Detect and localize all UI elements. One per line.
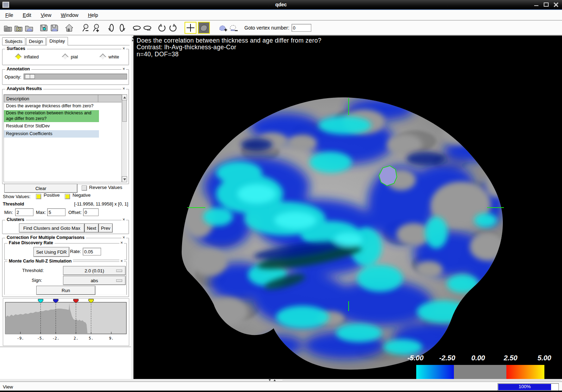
threshold-range: [-11.9958, 11.9958] x [0, 1]: [74, 201, 128, 207]
minimize-icon[interactable]: [534, 2, 539, 7]
surface-view[interactable]: Does the correlation between thickness a…: [133, 36, 562, 379]
remove-selection-icon[interactable]: [228, 23, 238, 33]
annotation-group: Annotation Opacity:: [2, 69, 129, 85]
radio-white-icon[interactable]: [99, 53, 106, 61]
rotate-up-icon[interactable]: [106, 23, 116, 33]
surface-option-inflated[interactable]: inflated: [24, 54, 53, 59]
scroll-down-icon[interactable]: [122, 176, 127, 182]
clusters-group-title: Clusters: [5, 217, 26, 222]
colorbar-label: -5.00: [407, 354, 424, 362]
show-values-label: Show Values:: [3, 194, 31, 199]
scroll-thumb[interactable]: [122, 100, 127, 122]
analysis-header-col2[interactable]: [98, 95, 123, 102]
rotate-right-icon[interactable]: [142, 23, 152, 33]
zoom-in-icon[interactable]: [92, 23, 101, 33]
close-group-icon[interactable]: [121, 217, 126, 222]
zoom-out-icon[interactable]: [81, 23, 91, 33]
radio-inflated-icon[interactable]: [15, 53, 22, 61]
analysis-row[interactable]: Regression Coefficients: [4, 130, 99, 138]
maximize-icon[interactable]: [544, 2, 549, 7]
surface-option-pial[interactable]: pial: [71, 54, 89, 59]
menu-view[interactable]: View: [41, 12, 51, 18]
reverse-values-label[interactable]: Reverse Values: [89, 185, 122, 190]
analysis-results-group: Analysis Results Description Does the av…: [2, 89, 129, 184]
scroll-up-icon[interactable]: [122, 94, 127, 100]
surface-paint-tool-icon[interactable]: [198, 22, 210, 34]
close-group-icon[interactable]: [119, 240, 124, 245]
crosshair-tool-icon[interactable]: [185, 22, 196, 34]
find-clusters-button[interactable]: Find Clusters and Goto Max: [19, 223, 85, 233]
roll-cw-icon[interactable]: [168, 23, 177, 33]
mc-sign-dropdown[interactable]: abs: [63, 276, 126, 285]
goto-vertex-input[interactable]: [292, 24, 311, 32]
mc-threshold-value: 2.0 (0.01): [85, 268, 104, 273]
offset-input[interactable]: [83, 208, 99, 216]
reverse-values-checkbox[interactable]: [82, 185, 87, 191]
overlay-contrast: Contrast: lh-Avg-thickness-age-Cor: [137, 44, 321, 51]
clear-button[interactable]: Clear: [4, 184, 77, 193]
mc-threshold-label: Threshold:: [22, 268, 44, 273]
progress-bar: 100%: [498, 383, 559, 391]
roll-ccw-icon[interactable]: [157, 23, 167, 33]
radio-pial-icon[interactable]: [62, 53, 69, 61]
menu-help[interactable]: Help: [88, 12, 98, 18]
close-group-icon[interactable]: [121, 86, 126, 91]
svg-text:9.: 9.: [109, 336, 113, 341]
min-input[interactable]: [15, 208, 33, 216]
add-selection-icon[interactable]: [218, 23, 227, 33]
collapse-left-icon[interactable]: [132, 37, 133, 39]
collapse-down-icon[interactable]: [269, 379, 271, 381]
positive-checkbox[interactable]: [36, 194, 41, 199]
close-group-icon[interactable]: [121, 235, 126, 240]
set-using-fdr-button[interactable]: Set Using FDR: [33, 247, 69, 257]
close-group-icon[interactable]: [121, 67, 126, 71]
rotate-left-icon[interactable]: [132, 23, 142, 33]
title-bar: qdec: [0, 0, 562, 10]
run-button[interactable]: Run: [36, 286, 95, 295]
max-input[interactable]: [47, 208, 65, 216]
home-icon[interactable]: [64, 23, 74, 33]
save-label-icon[interactable]: [49, 23, 59, 33]
histogram-panel[interactable]: -9.-5.-2.2.5.9.: [3, 298, 129, 346]
tab-design[interactable]: Design: [26, 37, 46, 45]
prev-button[interactable]: Prev: [99, 223, 113, 233]
menu-window[interactable]: Window: [61, 12, 79, 18]
rotate-down-icon[interactable]: [117, 23, 127, 33]
close-icon[interactable]: [554, 2, 558, 7]
min-label: Min:: [4, 210, 13, 215]
histogram-chart[interactable]: -9.-5.-2.2.5.9.: [3, 299, 128, 345]
analysis-scrollbar[interactable]: [121, 94, 127, 182]
opacity-slider-handle[interactable]: [25, 74, 35, 79]
open-data-table-icon[interactable]: [3, 23, 13, 33]
max-label: Max:: [36, 210, 46, 215]
mc-threshold-dropdown[interactable]: 2.0 (0.01): [63, 266, 126, 275]
negative-label[interactable]: Negative: [73, 192, 90, 198]
tab-subjects[interactable]: Subjects: [2, 37, 25, 45]
negative-checkbox[interactable]: [65, 194, 70, 199]
close-group-icon[interactable]: [121, 46, 126, 51]
opacity-label: Opacity:: [5, 74, 21, 80]
rate-input[interactable]: [83, 248, 101, 255]
analysis-row[interactable]: Does the correlation between thickness a…: [4, 110, 99, 122]
window-edge: [0, 391, 562, 392]
next-button[interactable]: Next: [85, 223, 99, 233]
clusters-group: Clusters Find Clusters and Goto Max Next…: [2, 220, 129, 234]
collapse-up-icon[interactable]: [274, 379, 276, 381]
surface-option-white[interactable]: white: [108, 54, 119, 59]
view-sash[interactable]: [0, 379, 562, 381]
close-group-icon[interactable]: [119, 259, 124, 264]
open-label-icon[interactable]: [24, 23, 34, 33]
collapse-right-icon[interactable]: [132, 39, 133, 42]
save-project-icon[interactable]: [39, 23, 49, 33]
menu-edit[interactable]: Edit: [23, 12, 31, 18]
analysis-header[interactable]: Description: [4, 95, 100, 102]
analysis-row[interactable]: Does the average thickness differ from z…: [4, 102, 99, 110]
open-project-icon[interactable]: [13, 23, 23, 33]
tab-display[interactable]: Display: [46, 37, 68, 45]
annotation-group-title: Annotation: [5, 67, 31, 71]
opacity-slider[interactable]: [24, 74, 127, 80]
positive-label[interactable]: Positive: [44, 192, 60, 198]
analysis-row[interactable]: Residual Error StdDev: [4, 122, 99, 130]
brain-render[interactable]: [133, 36, 562, 379]
menu-file[interactable]: File: [5, 12, 13, 18]
